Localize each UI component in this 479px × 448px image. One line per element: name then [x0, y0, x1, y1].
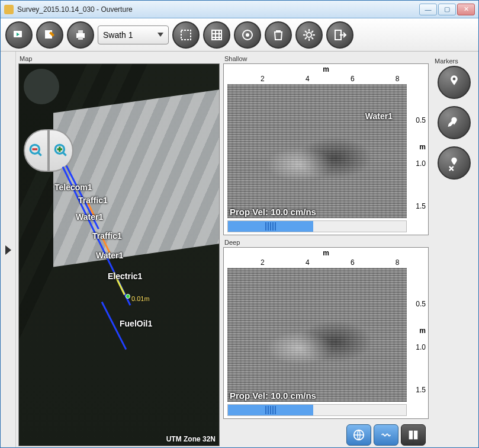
deep-radar-view[interactable]: m 2 4 6 8 0.5 m 1.0 1.5 Prop Vel: 10.0 c… [223, 247, 429, 419]
x-axis: m 2 4 6 8 [224, 64, 428, 84]
exit-icon [333, 28, 347, 42]
utility-label: Water1 [96, 251, 123, 260]
combined-icon [407, 428, 420, 441]
maximize-button[interactable]: ▢ [438, 4, 456, 15]
depth-tick: 1.5 [416, 386, 426, 394]
settings-button[interactable] [295, 21, 323, 49]
side-expander[interactable] [1, 52, 16, 448]
pin-add-icon [446, 74, 462, 91]
chevron-down-icon [157, 33, 163, 37]
edit-icon [43, 28, 57, 42]
svg-point-13 [453, 78, 456, 81]
map-view[interactable]: 0.01m Telecom1 Traffic1 Water1 Traffic1 … [18, 63, 220, 446]
depth-tick: 0.5 [416, 116, 426, 124]
edit-survey-button[interactable] [36, 21, 63, 49]
prop-vel-label: Prop Vel: 10.0 cm/ns [230, 391, 316, 401]
projection-label: UTM Zone 32N [166, 435, 216, 443]
app-icon [4, 5, 14, 14]
svg-rect-6 [181, 30, 191, 40]
radargram [227, 268, 407, 402]
map-panel-label: Map [18, 54, 220, 63]
exit-button[interactable] [326, 21, 353, 49]
run-icon [12, 28, 26, 42]
scrollbar-grip-icon [265, 222, 277, 231]
utility-label: FuelOil1 [120, 319, 152, 328]
main-toolbar: Swath 1 [1, 18, 478, 52]
svg-rect-5 [78, 37, 83, 40]
svg-rect-4 [78, 30, 83, 33]
deep-panel-label: Deep [223, 238, 429, 247]
markers-panel-label: Markers [433, 56, 475, 66]
depth-unit: m [419, 143, 426, 151]
depth-tick: 0.5 [416, 300, 426, 308]
depth-tick: 1.0 [416, 159, 426, 168]
trash-icon [271, 28, 285, 42]
utility-label: Traffic1 [92, 231, 122, 241]
window-title: Survey_2015.10.14_030 - Ouverture [17, 5, 419, 14]
utility-label: Traffic1 [78, 196, 108, 205]
depth-axis: 0.5 m 1.0 1.5 [408, 84, 427, 218]
depth-unit: m [419, 327, 426, 335]
svg-point-9 [307, 33, 311, 37]
depth-tick: 1.0 [416, 343, 426, 351]
grid-button[interactable] [203, 21, 230, 49]
scrollbar-grip-icon [265, 406, 277, 414]
target-icon [240, 28, 255, 42]
utility-label: Electric1 [108, 271, 142, 281]
close-button[interactable]: ✕ [457, 4, 475, 15]
gear-icon [302, 28, 316, 42]
edit-marker-button[interactable] [438, 106, 471, 139]
view-mode-bar [346, 424, 426, 446]
prop-vel-label: Prop Vel: 10.0 cm/ns [230, 207, 316, 217]
swath-label: Swath 1 [103, 30, 133, 40]
distance-readout: 0.01m [131, 295, 150, 302]
pin-edit-icon [446, 114, 462, 131]
compass-icon [24, 69, 59, 104]
x-tick: 4 [306, 258, 310, 267]
title-bar: Survey_2015.10.14_030 - Ouverture — ▢ ✕ [1, 1, 478, 18]
x-axis: m 2 4 6 8 [224, 248, 428, 268]
svg-rect-16 [414, 431, 417, 440]
shallow-radar-view[interactable]: m 2 4 6 8 Water1 0.5 m 1.0 1.5 Prop Vel: [223, 63, 429, 235]
position-scrollbar[interactable] [227, 404, 407, 416]
profile-icon [380, 428, 393, 441]
globe-icon [352, 428, 365, 441]
shallow-panel-label: Shallow [223, 54, 429, 63]
select-rect-icon [179, 28, 193, 42]
depth-tick: 1.5 [416, 202, 426, 210]
svg-point-8 [246, 33, 249, 37]
target-button[interactable] [234, 21, 261, 49]
x-tick: 4 [306, 75, 310, 83]
utility-label: Telecom1 [54, 183, 92, 192]
print-button[interactable] [67, 21, 94, 49]
radargram [227, 84, 407, 218]
chevron-right-icon [5, 245, 11, 255]
building-roof [53, 87, 220, 267]
zoom-in-button[interactable] [49, 129, 73, 172]
radar-tag: Water1 [365, 111, 393, 121]
globe-view-button[interactable] [346, 424, 371, 446]
x-tick: 8 [396, 258, 400, 267]
x-tick: 2 [261, 258, 265, 267]
position-scrollbar[interactable] [227, 220, 407, 232]
swath-selector[interactable]: Swath 1 [98, 25, 169, 44]
add-marker-button[interactable] [438, 66, 471, 99]
x-tick: 8 [396, 75, 400, 83]
x-tick: 6 [351, 75, 355, 83]
svg-rect-15 [409, 431, 413, 440]
depth-axis: 0.5 m 1.0 1.5 [408, 268, 427, 402]
combined-view-button[interactable] [401, 424, 426, 446]
minimize-button[interactable]: — [419, 4, 437, 15]
delete-marker-button[interactable] [438, 146, 471, 180]
utility-label: Water1 [76, 212, 103, 222]
zoom-out-icon [28, 143, 44, 158]
zoom-out-button[interactable] [24, 129, 49, 172]
delete-button[interactable] [265, 21, 292, 49]
x-tick: 6 [351, 258, 355, 267]
x-tick: 2 [261, 75, 265, 83]
x-axis-unit: m [323, 249, 329, 257]
run-button[interactable] [5, 21, 33, 49]
profile-view-button[interactable] [374, 424, 398, 446]
print-icon [73, 28, 88, 42]
select-area-button[interactable] [172, 21, 200, 49]
